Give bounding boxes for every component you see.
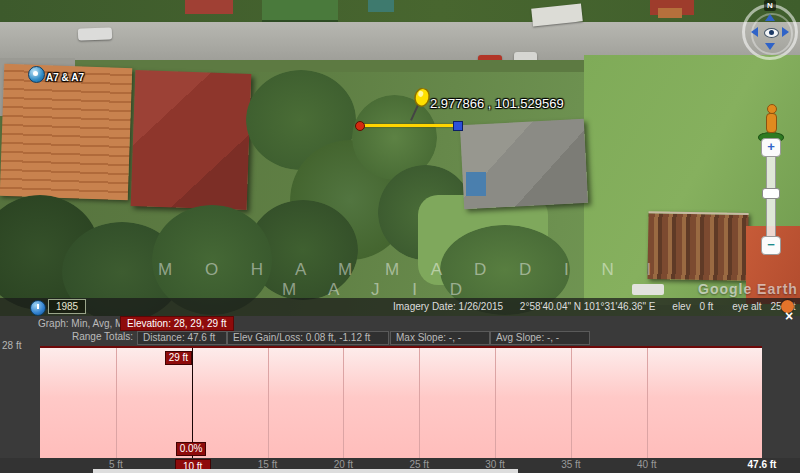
look-down-arrow-icon[interactable] bbox=[765, 43, 775, 50]
timeline-year-badge[interactable]: 1985 bbox=[48, 299, 86, 314]
avg-slope-cell: Avg Slope: -, - bbox=[490, 331, 590, 345]
placemark-label: A7 & A7 bbox=[46, 72, 84, 83]
elevation-profile-panel: × Graph: Min, Avg, Max Elevation: 28, 29… bbox=[0, 316, 800, 473]
compass-navigator[interactable]: N bbox=[742, 4, 798, 60]
gridline bbox=[495, 348, 496, 458]
pegman-head bbox=[767, 104, 777, 114]
y-axis-label: 28 ft bbox=[2, 340, 21, 351]
house-roof bbox=[368, 0, 394, 12]
coordinates-tooltip: 2.977866 , 101.529569 bbox=[430, 96, 564, 111]
gridline bbox=[647, 348, 648, 458]
eye-icon[interactable] bbox=[764, 28, 779, 38]
pointer-coordinates: 2°58'40.04" N 101°31'46.36" E bbox=[520, 301, 656, 312]
path-end-point[interactable] bbox=[453, 121, 463, 131]
historical-imagery-clock-icon[interactable] bbox=[30, 300, 46, 316]
close-icon[interactable]: × bbox=[781, 308, 797, 324]
range-totals-label: Range Totals: bbox=[72, 331, 133, 342]
map-viewport[interactable]: M O H A M M A D D I N I M A J I D Google… bbox=[0, 0, 800, 316]
status-bar: 1985 Imagery Date: 1/26/2015 2°58'40.04"… bbox=[0, 298, 800, 316]
house-roof bbox=[262, 0, 338, 22]
shed-roof bbox=[658, 8, 682, 18]
x-tick: 40 ft bbox=[627, 459, 667, 470]
blue-tarp bbox=[466, 172, 486, 196]
white-truck bbox=[78, 27, 112, 40]
measurement-path-line bbox=[360, 124, 457, 127]
watermark-text: M O H A M M A D D I N I bbox=[158, 260, 665, 280]
elevation-plot-area[interactable]: 29 ft 0.0% bbox=[40, 346, 762, 458]
zoom-in-button[interactable]: + bbox=[761, 138, 781, 157]
gridline bbox=[419, 348, 420, 458]
imagery-date: Imagery Date: 1/26/2015 bbox=[393, 301, 503, 312]
elev-label: elev bbox=[672, 301, 690, 312]
zoom-slider-handle[interactable] bbox=[762, 188, 780, 199]
north-indicator[interactable]: N bbox=[764, 0, 776, 11]
distance-cell: Distance: 47.6 ft bbox=[137, 331, 227, 345]
gridline bbox=[571, 348, 572, 458]
look-up-arrow-icon[interactable] bbox=[765, 14, 775, 21]
photo-placemark-icon[interactable] bbox=[28, 66, 45, 83]
window-edge bbox=[93, 469, 518, 473]
status-readout: Imagery Date: 1/26/2015 2°58'40.04" N 10… bbox=[393, 301, 800, 312]
look-right-arrow-icon[interactable] bbox=[782, 27, 789, 37]
elevation-summary-badge: Elevation: 28, 29, 29 ft bbox=[120, 316, 234, 331]
white-car bbox=[632, 284, 664, 295]
google-earth-window: M O H A M M A D D I N I M A J I D Google… bbox=[0, 0, 800, 473]
watermark-text: M A J I D bbox=[282, 280, 476, 300]
maroon-roof-house bbox=[131, 70, 252, 210]
gridline bbox=[116, 348, 117, 458]
google-earth-logo: Google Earth bbox=[698, 281, 798, 297]
zoom-out-button[interactable]: − bbox=[761, 236, 781, 255]
eye-alt-label: eye alt bbox=[732, 301, 761, 312]
placemark-dot bbox=[33, 71, 38, 76]
path-start-point[interactable] bbox=[355, 121, 365, 131]
gridline bbox=[343, 348, 344, 458]
look-left-arrow-icon[interactable] bbox=[751, 27, 758, 37]
pegman-body bbox=[766, 113, 777, 133]
x-tick: 47.6 ft bbox=[742, 459, 782, 470]
gridline bbox=[268, 348, 269, 458]
marker-elevation-badge: 29 ft bbox=[165, 351, 192, 365]
max-slope-cell: Max Slope: -, - bbox=[390, 331, 490, 345]
marker-slope-badge: 0.0% bbox=[176, 442, 207, 456]
elev-value: 0 ft bbox=[699, 301, 713, 312]
x-tick: 35 ft bbox=[551, 459, 591, 470]
orange-tile-roof bbox=[0, 64, 132, 200]
pegman-street-view[interactable] bbox=[758, 104, 782, 142]
house-roof bbox=[185, 0, 233, 14]
elev-gain-loss-cell: Elev Gain/Loss: 0.08 ft, -1.12 ft bbox=[227, 331, 389, 345]
